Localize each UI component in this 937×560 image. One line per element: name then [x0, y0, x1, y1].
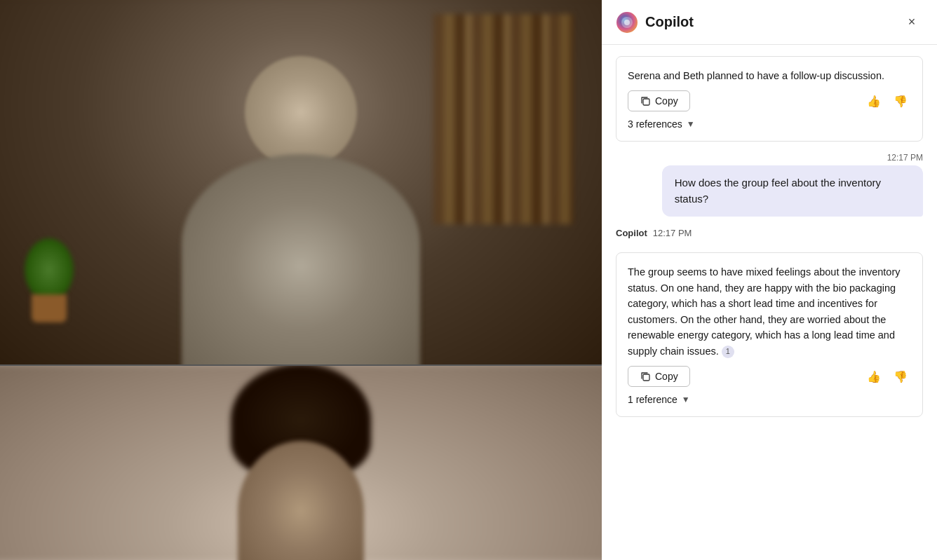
reference-badge: 1 [722, 346, 734, 358]
first-references-text: 3 references [628, 118, 682, 130]
second-thumbs-down-button[interactable]: 👎 [890, 366, 911, 387]
second-copy-button[interactable]: Copy [628, 366, 690, 387]
copilot-panel: Copilot × Serena and Beth planned to hav… [602, 0, 937, 560]
second-thumbs-up-button[interactable]: 👍 [863, 366, 884, 387]
second-copy-label: Copy [655, 371, 678, 382]
first-thumbs-up-button[interactable]: 👍 [863, 90, 884, 111]
close-button[interactable]: × [901, 11, 923, 34]
first-response-text: Serena and Beth planned to have a follow… [628, 68, 911, 83]
svg-rect-3 [643, 99, 649, 105]
copilot-content: Serena and Beth planned to have a follow… [602, 45, 937, 560]
copilot-attribution: Copilot 12:17 PM [616, 228, 923, 238]
first-copy-label: Copy [655, 95, 678, 107]
second-thumbs-down-icon: 👎 [894, 370, 908, 383]
person-top-head [245, 56, 357, 168]
first-response-card: Serena and Beth planned to have a follow… [616, 56, 923, 142]
first-copy-button[interactable]: Copy [628, 90, 690, 111]
copilot-title-area: Copilot [616, 11, 694, 34]
second-response-card: The group seems to have mixed feelings a… [616, 252, 923, 417]
first-feedback-icons: 👍 👎 [863, 90, 911, 111]
first-references-chevron: ▼ [687, 119, 695, 129]
user-message-bubble: How does the group feel about the invent… [662, 165, 923, 217]
second-references-chevron: ▼ [682, 395, 690, 404]
copilot-response-name: Copilot [616, 228, 647, 238]
second-message-block: The group seems to have mixed feelings a… [628, 264, 911, 405]
user-message-wrapper: 12:17 PM How does the group feel about t… [616, 153, 923, 217]
second-feedback-icons: 👍 👎 [863, 366, 911, 387]
video-top [0, 0, 602, 364]
first-references-row[interactable]: 3 references ▼ [628, 118, 911, 130]
copy-icon [640, 95, 651, 107]
second-copy-icon [640, 371, 651, 382]
copilot-response-timestamp: 12:17 PM [653, 228, 692, 238]
second-thumbs-up-icon: 👍 [867, 370, 881, 383]
svg-rect-4 [643, 374, 649, 381]
second-references-text: 1 reference [628, 394, 678, 405]
svg-point-2 [624, 20, 630, 25]
first-message-block: Serena and Beth planned to have a follow… [628, 68, 911, 130]
copilot-logo-icon [616, 11, 638, 34]
copilot-title: Copilot [645, 14, 694, 30]
person-top [154, 28, 448, 364]
video-bottom [0, 364, 602, 560]
plant-decoration [21, 238, 77, 322]
thumbs-down-icon: 👎 [894, 95, 908, 108]
person-top-body [182, 154, 420, 364]
second-references-row[interactable]: 1 reference ▼ [628, 394, 911, 405]
first-action-row: Copy 👍 👎 [628, 90, 911, 111]
user-timestamp: 12:17 PM [887, 153, 923, 163]
second-action-row: Copy 👍 👎 [628, 366, 911, 387]
copilot-header: Copilot × [602, 0, 937, 45]
video-area [0, 0, 602, 560]
bookshelf-decoration [433, 14, 574, 224]
thumbs-up-icon: 👍 [867, 95, 881, 108]
first-thumbs-down-button[interactable]: 👎 [890, 90, 911, 111]
second-response-text: The group seems to have mixed feelings a… [628, 264, 911, 359]
